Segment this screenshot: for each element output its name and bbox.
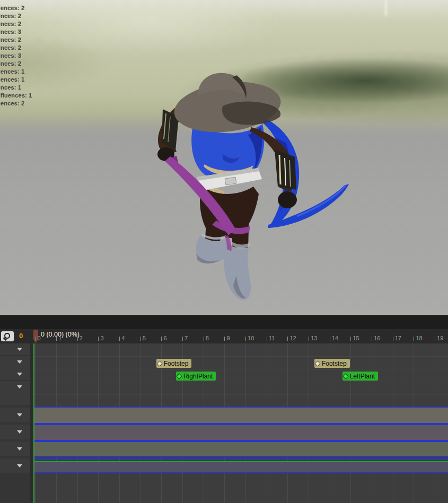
ruler-tick [77,337,78,341]
ruler-tick-label: 14 [332,335,338,341]
ruler-tick [435,337,435,341]
ruler-tick [36,337,36,341]
notify-diamond-icon [176,373,182,379]
chevron-down-icon[interactable] [17,413,22,417]
search-icon [4,333,10,339]
notify-rightplant[interactable]: RightPlant [176,372,216,381]
ruler-tick [287,337,288,341]
ruler-tick-label: 3 [100,335,103,341]
track-header-column [0,343,33,503]
chevron-down-icon[interactable] [17,373,22,376]
track-header-row[interactable] [0,343,30,355]
notify-row-separator [33,382,448,382]
unreal-animation-editor: ences: 2nces: 2nces: 2nces: 3nces: 2nces… [0,0,448,503]
ruler-tick-label: 10 [248,335,254,341]
ruler-tick [350,337,351,341]
ruler-tick [414,337,414,341]
timeline-tracks-area[interactable]: FootstepRightPlantFootstepLeftPlant [33,343,448,503]
ruler-tick [224,337,225,341]
ruler-tick [182,337,183,341]
notify-diamond-icon [342,373,348,379]
ruler-tick-label: 0 [38,335,41,341]
ruler-tick-label: 17 [395,335,401,341]
ruler-tick-label: 1 [58,335,62,341]
ruler-tick [204,337,204,341]
notify-footstep[interactable]: Footstep [314,359,350,368]
ruler-tick-label: 19 [437,335,443,341]
curve-track-band[interactable] [33,424,448,441]
ruler-tick-label: 13 [311,335,317,341]
frame-badge: 0 [19,332,23,340]
notify-row-separator [33,369,448,369]
curve-track-band[interactable] [33,407,448,424]
ruler-tick [140,337,141,341]
notify-label: Footstep [164,360,189,367]
ruler-tick-label: 6 [163,335,166,341]
track-header-row[interactable] [0,442,30,456]
ruler-tick-label: 4 [121,335,125,341]
ruler-tick-label: 12 [289,335,296,341]
track-header-row[interactable] [0,356,30,368]
ruler-tick [309,337,309,341]
track-header-row[interactable] [0,381,30,393]
timeline-ruler[interactable]: 0 0 (0.00) (0%) 012345678910111213141516… [0,329,448,343]
ruler-tick-label: 16 [374,335,380,341]
curve-track-band[interactable] [33,458,448,460]
chevron-down-icon[interactable] [17,447,22,451]
track-header-row[interactable] [0,368,30,380]
character-belt-buckle [225,177,236,185]
notify-row-separator [33,356,448,357]
notify-diamond-icon [314,360,320,366]
search-box[interactable] [1,331,14,341]
character-right-gauntlet-streak [279,155,280,184]
curve-track-band[interactable] [33,441,448,457]
character-right-fist [278,191,297,208]
notify-label: LeftPlant [350,373,375,380]
ruler-tick-label: 5 [143,335,146,341]
chevron-down-icon[interactable] [17,348,22,351]
curve-track-band[interactable] [33,461,448,473]
chevron-down-icon[interactable] [17,360,22,364]
ruler-tick [267,337,267,341]
playhead-line[interactable] [33,343,34,503]
notify-row-separator [33,394,448,395]
ruler-tick-label: 7 [185,335,188,341]
ruler-tick-label: 8 [206,335,209,341]
track-header-row[interactable] [0,393,30,405]
ruler-tick [330,337,330,341]
chevron-down-icon[interactable] [17,464,22,467]
ruler-tick [161,337,162,341]
ruler-tick-label: 11 [269,335,275,341]
ruler-tick [393,337,393,341]
ruler-tick [119,337,120,341]
notify-leftplant[interactable]: LeftPlant [342,372,378,381]
notify-footstep[interactable]: Footstep [156,359,192,368]
notify-diamond-icon [156,360,162,366]
ruler-tick [245,337,246,341]
timeline-panel: 0 0 (0.00) (0%) 012345678910111213141516… [0,329,448,503]
ruler-tick-label: 2 [80,335,83,341]
viewport-3d[interactable]: ences: 2nces: 2nces: 2nces: 3nces: 2nces… [0,0,448,315]
character-model [0,0,448,315]
chevron-down-icon[interactable] [17,385,22,389]
ruler-tick-label: 18 [416,335,422,341]
timeline-toolbar-strip [0,315,448,329]
ruler-tick [372,337,372,341]
ruler-tick [56,337,57,341]
notify-label: RightPlant [183,373,213,380]
track-header-row[interactable] [0,425,30,439]
chevron-down-icon[interactable] [17,430,22,434]
ruler-tick-label: 9 [226,335,230,341]
ruler-tick [98,337,99,341]
track-header-row[interactable] [0,458,30,473]
ruler-tick-label: 15 [353,335,359,341]
notify-label: Footstep [322,360,347,367]
track-header-row[interactable] [0,408,30,422]
